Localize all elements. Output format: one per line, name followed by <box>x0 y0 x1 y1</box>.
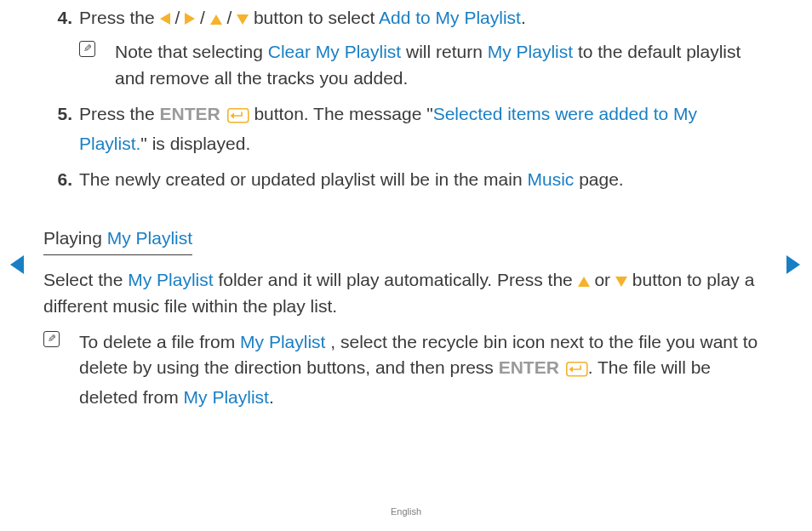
step-number: 4. <box>43 5 72 31</box>
numbered-steps: 4. Press the / / / button to select Add … <box>43 5 769 193</box>
step-6-text-b: page. <box>579 169 624 189</box>
step-4: 4. Press the / / / button to select Add … <box>43 5 769 91</box>
enter-label: ENTER <box>160 104 220 123</box>
step-6-text-a: The newly created or updated playlist wi… <box>79 169 527 189</box>
p1-h1: My Playlist <box>128 270 213 289</box>
p1-b: folder and it will play automatically. P… <box>218 270 577 289</box>
arrow-down-icon <box>615 277 627 287</box>
step-4-sep-2: / <box>200 8 210 27</box>
footer-language: English <box>0 505 812 519</box>
note4-text-a: Note that selecting <box>115 42 268 61</box>
manual-page-content: 4. Press the / / / button to select Add … <box>43 5 769 419</box>
step-4-text-a: Press the <box>79 8 160 27</box>
note-icon <box>79 41 95 57</box>
step-number: 6. <box>43 167 72 192</box>
note4-h1: Clear My Playlist <box>268 42 401 61</box>
nav-prev-button[interactable] <box>10 255 24 281</box>
step-5: 5. Press the ENTER button. The message "… <box>43 101 769 157</box>
snote-h2: My Playlist <box>184 387 269 407</box>
snote-a: To delete a file from <box>79 332 240 351</box>
step-5-text-a: Press the <box>79 104 160 123</box>
step-4-text-b: button to select <box>254 8 379 27</box>
section-paragraph: Select the My Playlist folder and it wil… <box>43 267 769 319</box>
step-6-highlight: Music <box>527 169 574 189</box>
p1-c: or <box>594 270 615 289</box>
nav-next-button[interactable] <box>786 255 800 281</box>
step-number: 5. <box>43 101 72 127</box>
note4-text-b: will return <box>406 42 488 61</box>
enter-key-icon <box>227 105 249 130</box>
step-4-sep-1: / <box>174 8 185 27</box>
arrow-right-icon <box>185 13 195 25</box>
p1-a: Select the <box>43 270 128 289</box>
note-icon <box>43 331 60 347</box>
step-4-period: . <box>521 8 526 27</box>
snote-d: . <box>269 387 274 407</box>
step-4-highlight: Add to My Playlist <box>379 8 521 27</box>
heading-text: Playing <box>43 228 107 248</box>
snote-h1: My Playlist <box>240 332 325 351</box>
arrow-down-icon <box>237 14 249 25</box>
enter-key-icon <box>566 358 588 384</box>
heading-highlight: My Playlist <box>107 228 192 248</box>
step-6: 6. The newly created or updated playlist… <box>43 167 769 192</box>
step-4-note: Note that selecting Clear My Playlist wi… <box>79 39 769 91</box>
arrow-left-icon <box>160 13 170 25</box>
section-heading: Playing My Playlist <box>43 226 192 255</box>
step-5-text-b: button. The message " <box>254 104 432 123</box>
arrow-up-icon <box>210 14 222 25</box>
note4-h2: My Playlist <box>488 42 573 61</box>
arrow-up-icon <box>578 277 590 287</box>
section-note: To delete a file from My Playlist , sele… <box>43 329 769 410</box>
step-5-text-c: " is displayed. <box>140 134 250 153</box>
enter-label: ENTER <box>499 357 559 377</box>
step-4-sep-3: / <box>226 8 237 27</box>
